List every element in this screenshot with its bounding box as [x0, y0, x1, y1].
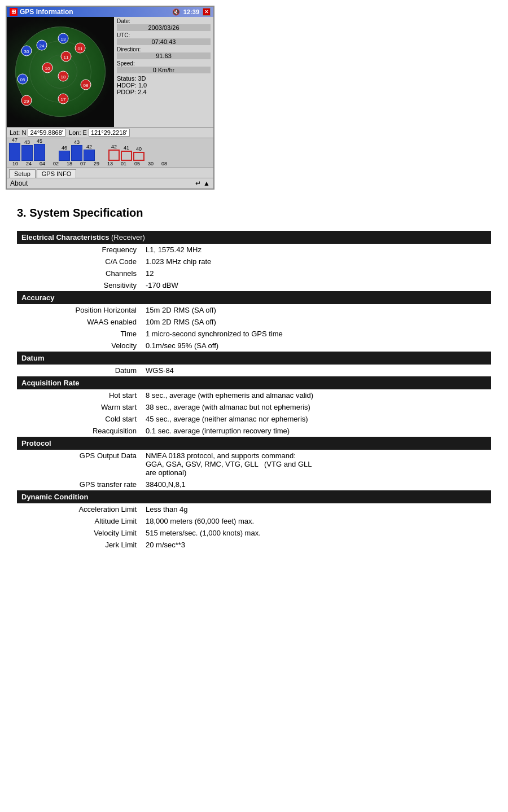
speed-label: Speed: — [117, 60, 211, 67]
sig-bar-43a: 43 — [21, 139, 33, 161]
label-waas: WAAS enabled — [17, 316, 141, 328]
header-normal-electrical: (Receiver) — [111, 233, 145, 242]
sig-bar-empty1 — [46, 155, 58, 161]
svg-text:10: 10 — [45, 66, 50, 71]
speed-row: Speed: 0 Km/hr — [117, 60, 211, 73]
title-bar-left: ⊞ GPS Information — [10, 8, 73, 16]
value-velocity: 0.1m/sec 95% (SA off) — [141, 340, 491, 352]
signal-area: 47 43 45 46 — [7, 138, 213, 168]
satellite-dots: 30 24 13 01 05 10 11 18 — [7, 17, 114, 127]
row-sensitivity: Sensitivity -170 dBW — [17, 279, 491, 291]
label-hot-start: Hot start — [17, 389, 141, 401]
value-pos-horizontal: 15m 2D RMS (SA off) — [141, 304, 491, 316]
enter-icon: ↵ — [195, 179, 201, 187]
gps-main-area: 30 24 13 01 05 10 11 18 — [7, 17, 213, 127]
value-sensitivity: -170 dBW — [141, 279, 491, 291]
header-electrical: Electrical Characteristics (Receiver) — [17, 231, 491, 244]
status-row: Status: 3D — [117, 75, 211, 82]
window-title: GPS Information — [20, 8, 73, 16]
value-cold-start: 45 sec., average (neither almanac nor ep… — [141, 413, 491, 425]
header-dynamic: Dynamic Condition — [17, 490, 491, 503]
lat-label: Lat: N — [10, 129, 26, 136]
value-gps-output: NMEA 0183 protocol, and supports command… — [141, 450, 491, 479]
row-frequency: Frequency L1, 1575.42 MHz — [17, 244, 491, 256]
value-transfer-rate: 38400,N,8,1 — [141, 479, 491, 490]
sig-bar-46: 46 — [59, 145, 70, 161]
row-accel-limit: Acceleration Limit Less than 4g — [17, 503, 491, 515]
info-panel: Date: 2003/03/26 UTC: 07:40:43 Direction… — [114, 17, 213, 127]
header-bold-accuracy: Accuracy — [21, 293, 55, 302]
volume-icon: 🔇 — [172, 8, 180, 16]
row-time: Time 1 micro-second synchronized to GPS … — [17, 328, 491, 340]
tab-area: Setup GPS INFO — [7, 168, 213, 178]
svg-text:05: 05 — [20, 77, 25, 82]
value-warm-start: 38 sec., average (with almanac but not e… — [141, 401, 491, 413]
svg-text:24: 24 — [40, 43, 45, 49]
spec-table: Electrical Characteristics (Receiver) Fr… — [17, 231, 491, 551]
bar-42b — [108, 150, 120, 161]
utc-value: 07:40:43 — [117, 38, 211, 45]
date-row: Date: 2003/03/26 — [117, 18, 211, 31]
svg-text:01: 01 — [78, 46, 83, 51]
header-bold-datum: Datum — [21, 354, 44, 362]
lat-lon-bar: Lat: N 24°59.8868' Lon: E 121°29.2218' — [7, 127, 213, 138]
tab-gps-info[interactable]: GPS INFO — [37, 169, 77, 178]
section-header-acquisition: Acquisition Rate — [17, 376, 491, 389]
label-altitude-limit: Altitude Limit — [17, 515, 141, 527]
utc-row: UTC: 07:40:43 — [117, 32, 211, 45]
section3-title: 3. System Specification — [17, 207, 491, 220]
label-time: Time — [17, 328, 141, 340]
sig-bar-42a: 42 — [84, 144, 95, 161]
svg-text:08: 08 — [84, 83, 89, 88]
label-pos-horizontal: Position Horizontal — [17, 304, 141, 316]
date-value: 2003/03/26 — [117, 24, 211, 31]
row-ca-code: C/A Code 1.023 MHz chip rate — [17, 256, 491, 267]
value-ca-code: 1.023 MHz chip rate — [141, 256, 491, 267]
value-accel-limit: Less than 4g — [141, 503, 491, 515]
row-transfer-rate: GPS transfer rate 38400,N,8,1 — [17, 479, 491, 490]
header-bold-protocol: Protocol — [21, 439, 51, 447]
close-button[interactable]: ✕ — [203, 8, 211, 16]
direction-label: Direction: — [117, 46, 211, 52]
sat-numbers-row: 10 24 04 02 18 07 29 13 01 05 30 08 — [9, 161, 211, 166]
sig-bar-43b: 43 — [71, 139, 82, 161]
date-label: Date: — [117, 18, 211, 24]
label-ca-code: C/A Code — [17, 256, 141, 267]
section-header-dynamic: Dynamic Condition — [17, 490, 491, 503]
label-transfer-rate: GPS transfer rate — [17, 479, 141, 490]
svg-text:17: 17 — [61, 97, 66, 102]
header-protocol: Protocol — [17, 437, 491, 450]
sig-bar-40: 40 — [133, 146, 144, 161]
section-header-protocol: Protocol — [17, 437, 491, 450]
row-warm-start: Warm start 38 sec., average (with almana… — [17, 401, 491, 413]
value-time: 1 micro-second synchronized to GPS time — [141, 328, 491, 340]
row-pos-horizontal: Position Horizontal 15m 2D RMS (SA off) — [17, 304, 491, 316]
bottom-bar-icons: ↵ ▲ — [195, 179, 210, 187]
svg-text:18: 18 — [61, 74, 66, 80]
bar-46 — [59, 151, 70, 161]
header-bold-dynamic: Dynamic Condition — [21, 493, 88, 501]
sig-bar-47: 47 — [9, 137, 20, 161]
value-hot-start: 8 sec., average (with ephemeris and alma… — [141, 389, 491, 401]
speed-value: 0 Km/hr — [117, 67, 211, 73]
title-bar-right: 🔇 12:39 ✕ — [172, 8, 211, 16]
utc-label: UTC: — [117, 32, 211, 38]
value-altitude-limit: 18,000 meters (60,000 feet) max. — [141, 515, 491, 527]
sig-bar-42b: 42 — [108, 144, 120, 161]
bar-42a — [84, 150, 95, 161]
title-bar: ⊞ GPS Information 🔇 12:39 ✕ — [7, 7, 213, 17]
bottom-bar: About ↵ ▲ — [7, 178, 213, 188]
lat-value: 24°59.8868' — [28, 129, 65, 137]
row-velocity: Velocity 0.1m/sec 95% (SA off) — [17, 340, 491, 352]
row-altitude-limit: Altitude Limit 18,000 meters (60,000 fee… — [17, 515, 491, 527]
value-jerk-limit: 20 m/sec**3 — [141, 539, 491, 551]
header-acquisition: Acquisition Rate — [17, 376, 491, 389]
svg-text:29: 29 — [24, 99, 29, 104]
value-reacquisition: 0.1 sec. average (interruption recovery … — [141, 425, 491, 437]
row-jerk-limit: Jerk Limit 20 m/sec**3 — [17, 539, 491, 551]
hdop-label: HDOP: 1.0 — [117, 82, 147, 89]
row-datum: Datum WGS-84 — [17, 365, 491, 376]
label-jerk-limit: Jerk Limit — [17, 539, 141, 551]
tab-setup[interactable]: Setup — [9, 169, 36, 178]
status-label: Status: 3D — [117, 75, 146, 82]
